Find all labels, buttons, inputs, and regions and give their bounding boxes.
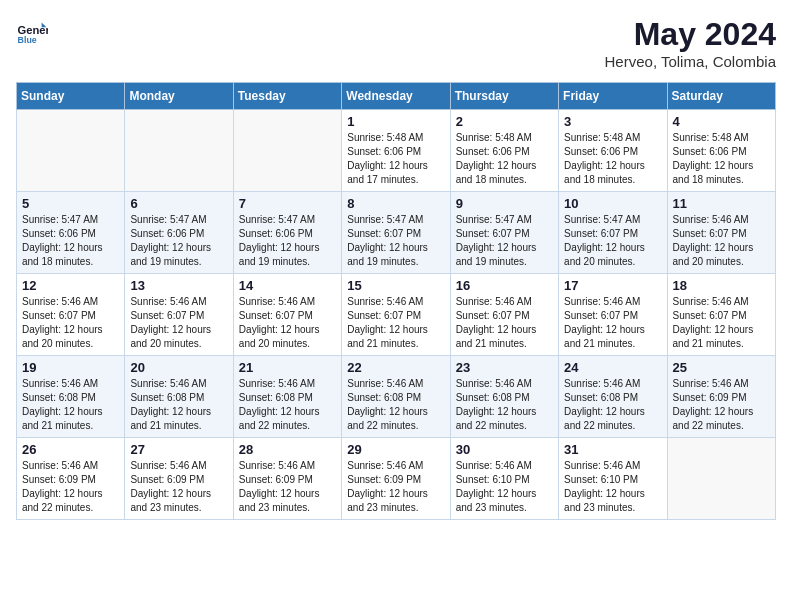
- day-info: Sunrise: 5:48 AM Sunset: 6:06 PM Dayligh…: [347, 131, 444, 187]
- page-header: General Blue May 2024 Herveo, Tolima, Co…: [16, 16, 776, 70]
- day-info: Sunrise: 5:46 AM Sunset: 6:08 PM Dayligh…: [456, 377, 553, 433]
- day-info: Sunrise: 5:46 AM Sunset: 6:09 PM Dayligh…: [239, 459, 336, 515]
- table-row: 9Sunrise: 5:47 AM Sunset: 6:07 PM Daylig…: [450, 192, 558, 274]
- day-info: Sunrise: 5:46 AM Sunset: 6:09 PM Dayligh…: [130, 459, 227, 515]
- day-info: Sunrise: 5:46 AM Sunset: 6:09 PM Dayligh…: [673, 377, 770, 433]
- col-thursday: Thursday: [450, 83, 558, 110]
- table-row: 22Sunrise: 5:46 AM Sunset: 6:08 PM Dayli…: [342, 356, 450, 438]
- day-info: Sunrise: 5:48 AM Sunset: 6:06 PM Dayligh…: [673, 131, 770, 187]
- day-number: 5: [22, 196, 119, 211]
- table-row: 10Sunrise: 5:47 AM Sunset: 6:07 PM Dayli…: [559, 192, 667, 274]
- day-info: Sunrise: 5:46 AM Sunset: 6:08 PM Dayligh…: [564, 377, 661, 433]
- logo-icon: General Blue: [16, 16, 48, 48]
- table-row: 11Sunrise: 5:46 AM Sunset: 6:07 PM Dayli…: [667, 192, 775, 274]
- table-row: 4Sunrise: 5:48 AM Sunset: 6:06 PM Daylig…: [667, 110, 775, 192]
- day-info: Sunrise: 5:48 AM Sunset: 6:06 PM Dayligh…: [456, 131, 553, 187]
- table-row: 21Sunrise: 5:46 AM Sunset: 6:08 PM Dayli…: [233, 356, 341, 438]
- col-monday: Monday: [125, 83, 233, 110]
- table-row: 26Sunrise: 5:46 AM Sunset: 6:09 PM Dayli…: [17, 438, 125, 520]
- day-info: Sunrise: 5:46 AM Sunset: 6:08 PM Dayligh…: [239, 377, 336, 433]
- day-number: 31: [564, 442, 661, 457]
- day-info: Sunrise: 5:47 AM Sunset: 6:06 PM Dayligh…: [22, 213, 119, 269]
- day-number: 26: [22, 442, 119, 457]
- day-number: 14: [239, 278, 336, 293]
- table-row: 7Sunrise: 5:47 AM Sunset: 6:06 PM Daylig…: [233, 192, 341, 274]
- table-row: 8Sunrise: 5:47 AM Sunset: 6:07 PM Daylig…: [342, 192, 450, 274]
- day-number: 20: [130, 360, 227, 375]
- day-number: 17: [564, 278, 661, 293]
- day-info: Sunrise: 5:46 AM Sunset: 6:09 PM Dayligh…: [347, 459, 444, 515]
- day-info: Sunrise: 5:46 AM Sunset: 6:08 PM Dayligh…: [22, 377, 119, 433]
- table-row: [233, 110, 341, 192]
- svg-text:Blue: Blue: [18, 35, 37, 45]
- col-friday: Friday: [559, 83, 667, 110]
- day-number: 8: [347, 196, 444, 211]
- day-number: 10: [564, 196, 661, 211]
- title-block: May 2024 Herveo, Tolima, Colombia: [605, 16, 776, 70]
- day-number: 12: [22, 278, 119, 293]
- day-number: 23: [456, 360, 553, 375]
- table-row: 19Sunrise: 5:46 AM Sunset: 6:08 PM Dayli…: [17, 356, 125, 438]
- table-row: 28Sunrise: 5:46 AM Sunset: 6:09 PM Dayli…: [233, 438, 341, 520]
- table-row: 13Sunrise: 5:46 AM Sunset: 6:07 PM Dayli…: [125, 274, 233, 356]
- col-saturday: Saturday: [667, 83, 775, 110]
- day-number: 28: [239, 442, 336, 457]
- table-row: 14Sunrise: 5:46 AM Sunset: 6:07 PM Dayli…: [233, 274, 341, 356]
- day-info: Sunrise: 5:48 AM Sunset: 6:06 PM Dayligh…: [564, 131, 661, 187]
- table-row: 15Sunrise: 5:46 AM Sunset: 6:07 PM Dayli…: [342, 274, 450, 356]
- table-row: 30Sunrise: 5:46 AM Sunset: 6:10 PM Dayli…: [450, 438, 558, 520]
- day-number: 2: [456, 114, 553, 129]
- table-row: 6Sunrise: 5:47 AM Sunset: 6:06 PM Daylig…: [125, 192, 233, 274]
- day-info: Sunrise: 5:46 AM Sunset: 6:10 PM Dayligh…: [456, 459, 553, 515]
- day-info: Sunrise: 5:46 AM Sunset: 6:07 PM Dayligh…: [456, 295, 553, 351]
- location: Herveo, Tolima, Colombia: [605, 53, 776, 70]
- day-info: Sunrise: 5:47 AM Sunset: 6:07 PM Dayligh…: [564, 213, 661, 269]
- day-info: Sunrise: 5:46 AM Sunset: 6:08 PM Dayligh…: [347, 377, 444, 433]
- table-row: 29Sunrise: 5:46 AM Sunset: 6:09 PM Dayli…: [342, 438, 450, 520]
- day-number: 19: [22, 360, 119, 375]
- table-row: 12Sunrise: 5:46 AM Sunset: 6:07 PM Dayli…: [17, 274, 125, 356]
- calendar-week-2: 5Sunrise: 5:47 AM Sunset: 6:06 PM Daylig…: [17, 192, 776, 274]
- calendar-header-row: Sunday Monday Tuesday Wednesday Thursday…: [17, 83, 776, 110]
- day-number: 4: [673, 114, 770, 129]
- day-info: Sunrise: 5:46 AM Sunset: 6:07 PM Dayligh…: [22, 295, 119, 351]
- day-number: 22: [347, 360, 444, 375]
- table-row: 5Sunrise: 5:47 AM Sunset: 6:06 PM Daylig…: [17, 192, 125, 274]
- day-info: Sunrise: 5:47 AM Sunset: 6:07 PM Dayligh…: [347, 213, 444, 269]
- day-number: 29: [347, 442, 444, 457]
- table-row: [125, 110, 233, 192]
- day-info: Sunrise: 5:46 AM Sunset: 6:07 PM Dayligh…: [239, 295, 336, 351]
- table-row: 1Sunrise: 5:48 AM Sunset: 6:06 PM Daylig…: [342, 110, 450, 192]
- day-number: 18: [673, 278, 770, 293]
- day-info: Sunrise: 5:46 AM Sunset: 6:07 PM Dayligh…: [347, 295, 444, 351]
- day-info: Sunrise: 5:46 AM Sunset: 6:07 PM Dayligh…: [673, 213, 770, 269]
- day-info: Sunrise: 5:46 AM Sunset: 6:07 PM Dayligh…: [130, 295, 227, 351]
- calendar-week-5: 26Sunrise: 5:46 AM Sunset: 6:09 PM Dayli…: [17, 438, 776, 520]
- table-row: 27Sunrise: 5:46 AM Sunset: 6:09 PM Dayli…: [125, 438, 233, 520]
- day-number: 25: [673, 360, 770, 375]
- table-row: 17Sunrise: 5:46 AM Sunset: 6:07 PM Dayli…: [559, 274, 667, 356]
- table-row: [17, 110, 125, 192]
- table-row: 20Sunrise: 5:46 AM Sunset: 6:08 PM Dayli…: [125, 356, 233, 438]
- day-number: 7: [239, 196, 336, 211]
- day-number: 27: [130, 442, 227, 457]
- col-wednesday: Wednesday: [342, 83, 450, 110]
- calendar-week-3: 12Sunrise: 5:46 AM Sunset: 6:07 PM Dayli…: [17, 274, 776, 356]
- day-number: 6: [130, 196, 227, 211]
- col-tuesday: Tuesday: [233, 83, 341, 110]
- table-row: 2Sunrise: 5:48 AM Sunset: 6:06 PM Daylig…: [450, 110, 558, 192]
- col-sunday: Sunday: [17, 83, 125, 110]
- day-info: Sunrise: 5:47 AM Sunset: 6:06 PM Dayligh…: [130, 213, 227, 269]
- day-number: 13: [130, 278, 227, 293]
- day-number: 3: [564, 114, 661, 129]
- table-row: 18Sunrise: 5:46 AM Sunset: 6:07 PM Dayli…: [667, 274, 775, 356]
- calendar-week-4: 19Sunrise: 5:46 AM Sunset: 6:08 PM Dayli…: [17, 356, 776, 438]
- day-number: 9: [456, 196, 553, 211]
- day-number: 11: [673, 196, 770, 211]
- day-number: 16: [456, 278, 553, 293]
- calendar-week-1: 1Sunrise: 5:48 AM Sunset: 6:06 PM Daylig…: [17, 110, 776, 192]
- day-info: Sunrise: 5:46 AM Sunset: 6:10 PM Dayligh…: [564, 459, 661, 515]
- day-number: 21: [239, 360, 336, 375]
- table-row: 24Sunrise: 5:46 AM Sunset: 6:08 PM Dayli…: [559, 356, 667, 438]
- table-row: 25Sunrise: 5:46 AM Sunset: 6:09 PM Dayli…: [667, 356, 775, 438]
